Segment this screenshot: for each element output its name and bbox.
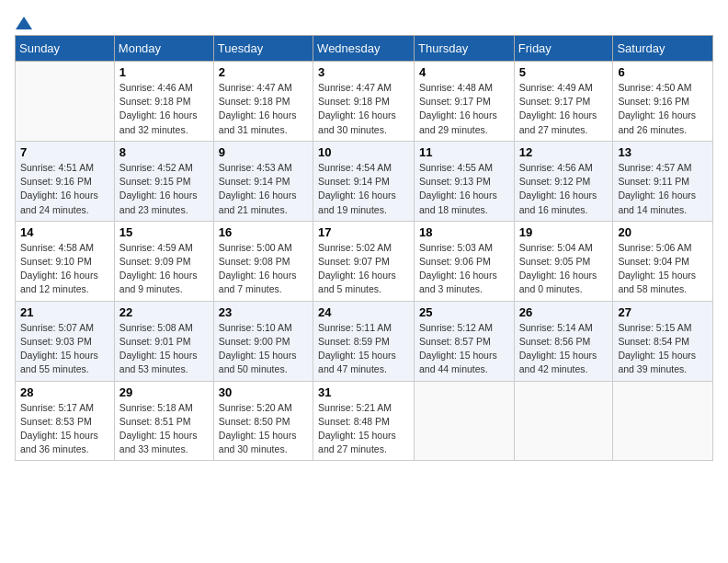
calendar-cell: 16Sunrise: 5:00 AMSunset: 9:08 PMDayligh… bbox=[213, 221, 313, 301]
calendar-cell: 23Sunrise: 5:10 AMSunset: 9:00 PMDayligh… bbox=[213, 301, 313, 381]
day-info: Sunrise: 5:21 AMSunset: 8:48 PMDaylight:… bbox=[318, 401, 409, 457]
day-number: 14 bbox=[20, 225, 109, 239]
calendar-cell: 19Sunrise: 5:04 AMSunset: 9:05 PMDayligh… bbox=[514, 221, 613, 301]
day-info: Sunrise: 4:59 AMSunset: 9:09 PMDaylight:… bbox=[119, 241, 209, 297]
calendar-cell: 5Sunrise: 4:49 AMSunset: 9:17 PMDaylight… bbox=[514, 62, 613, 142]
day-number: 6 bbox=[618, 65, 708, 79]
calendar-cell: 30Sunrise: 5:20 AMSunset: 8:50 PMDayligh… bbox=[213, 381, 313, 461]
day-number: 11 bbox=[419, 145, 509, 159]
day-info: Sunrise: 4:51 AMSunset: 9:16 PMDaylight:… bbox=[20, 161, 109, 217]
day-number: 20 bbox=[618, 225, 708, 239]
day-number: 4 bbox=[419, 65, 509, 79]
day-info: Sunrise: 4:50 AMSunset: 9:16 PMDaylight:… bbox=[618, 81, 708, 137]
calendar-cell: 3Sunrise: 4:47 AMSunset: 9:18 PMDaylight… bbox=[313, 62, 415, 142]
day-info: Sunrise: 4:46 AMSunset: 9:18 PMDaylight:… bbox=[119, 81, 209, 137]
calendar-cell: 12Sunrise: 4:56 AMSunset: 9:12 PMDayligh… bbox=[514, 141, 613, 221]
day-number: 17 bbox=[318, 225, 409, 239]
day-info: Sunrise: 4:58 AMSunset: 9:10 PMDaylight:… bbox=[20, 241, 109, 297]
calendar-cell: 31Sunrise: 5:21 AMSunset: 8:48 PMDayligh… bbox=[313, 381, 415, 461]
day-number: 30 bbox=[219, 385, 308, 399]
day-info: Sunrise: 5:17 AMSunset: 8:53 PMDaylight:… bbox=[20, 401, 109, 457]
day-number: 15 bbox=[119, 225, 209, 239]
day-number: 13 bbox=[618, 145, 708, 159]
header-saturday: Saturday bbox=[613, 36, 713, 62]
day-info: Sunrise: 4:54 AMSunset: 9:14 PMDaylight:… bbox=[318, 161, 409, 217]
day-number: 2 bbox=[219, 65, 308, 79]
week-row: 7Sunrise: 4:51 AMSunset: 9:16 PMDaylight… bbox=[16, 141, 713, 221]
day-info: Sunrise: 4:55 AMSunset: 9:13 PMDaylight:… bbox=[419, 161, 509, 217]
week-row: 14Sunrise: 4:58 AMSunset: 9:10 PMDayligh… bbox=[16, 221, 713, 301]
day-info: Sunrise: 5:10 AMSunset: 9:00 PMDaylight:… bbox=[219, 321, 308, 377]
day-info: Sunrise: 5:18 AMSunset: 8:51 PMDaylight:… bbox=[119, 401, 209, 457]
calendar-cell: 13Sunrise: 4:57 AMSunset: 9:11 PMDayligh… bbox=[613, 141, 713, 221]
day-info: Sunrise: 5:15 AMSunset: 8:54 PMDaylight:… bbox=[618, 321, 708, 377]
calendar-cell: 14Sunrise: 4:58 AMSunset: 9:10 PMDayligh… bbox=[16, 221, 115, 301]
calendar-cell: 7Sunrise: 4:51 AMSunset: 9:16 PMDaylight… bbox=[16, 141, 115, 221]
day-info: Sunrise: 5:08 AMSunset: 9:01 PMDaylight:… bbox=[119, 321, 209, 377]
day-number: 5 bbox=[519, 65, 609, 79]
week-row: 1Sunrise: 4:46 AMSunset: 9:18 PMDaylight… bbox=[16, 62, 713, 142]
calendar-cell bbox=[613, 381, 713, 461]
day-info: Sunrise: 5:12 AMSunset: 8:57 PMDaylight:… bbox=[419, 321, 509, 377]
header-row: SundayMondayTuesdayWednesdayThursdayFrid… bbox=[16, 36, 713, 62]
day-number: 3 bbox=[318, 65, 409, 79]
calendar-table: SundayMondayTuesdayWednesdayThursdayFrid… bbox=[15, 35, 713, 461]
calendar-cell: 9Sunrise: 4:53 AMSunset: 9:14 PMDaylight… bbox=[213, 141, 313, 221]
day-number: 23 bbox=[219, 305, 308, 319]
calendar-cell: 22Sunrise: 5:08 AMSunset: 9:01 PMDayligh… bbox=[114, 301, 213, 381]
header-wednesday: Wednesday bbox=[313, 36, 415, 62]
day-info: Sunrise: 5:00 AMSunset: 9:08 PMDaylight:… bbox=[219, 241, 308, 297]
calendar-cell: 17Sunrise: 5:02 AMSunset: 9:07 PMDayligh… bbox=[313, 221, 415, 301]
day-info: Sunrise: 5:07 AMSunset: 9:03 PMDaylight:… bbox=[20, 321, 109, 377]
page-header bbox=[15, 15, 713, 28]
week-row: 28Sunrise: 5:17 AMSunset: 8:53 PMDayligh… bbox=[16, 381, 713, 461]
calendar-cell bbox=[16, 62, 115, 142]
calendar-cell bbox=[514, 381, 613, 461]
svg-marker-0 bbox=[16, 17, 32, 29]
day-info: Sunrise: 4:47 AMSunset: 9:18 PMDaylight:… bbox=[318, 81, 409, 137]
day-number: 12 bbox=[519, 145, 609, 159]
header-sunday: Sunday bbox=[16, 36, 115, 62]
calendar-cell bbox=[415, 381, 515, 461]
day-number: 19 bbox=[519, 225, 609, 239]
calendar-cell: 8Sunrise: 4:52 AMSunset: 9:15 PMDaylight… bbox=[114, 141, 213, 221]
day-info: Sunrise: 5:04 AMSunset: 9:05 PMDaylight:… bbox=[519, 241, 609, 297]
header-monday: Monday bbox=[114, 36, 213, 62]
day-info: Sunrise: 5:20 AMSunset: 8:50 PMDaylight:… bbox=[219, 401, 308, 457]
calendar-cell: 11Sunrise: 4:55 AMSunset: 9:13 PMDayligh… bbox=[415, 141, 515, 221]
day-number: 26 bbox=[519, 305, 609, 319]
calendar-cell: 29Sunrise: 5:18 AMSunset: 8:51 PMDayligh… bbox=[114, 381, 213, 461]
logo-icon bbox=[16, 15, 32, 31]
day-number: 16 bbox=[219, 225, 308, 239]
day-number: 9 bbox=[219, 145, 308, 159]
calendar-cell: 18Sunrise: 5:03 AMSunset: 9:06 PMDayligh… bbox=[415, 221, 515, 301]
header-thursday: Thursday bbox=[415, 36, 515, 62]
day-info: Sunrise: 4:52 AMSunset: 9:15 PMDaylight:… bbox=[119, 161, 209, 217]
calendar-cell: 21Sunrise: 5:07 AMSunset: 9:03 PMDayligh… bbox=[16, 301, 115, 381]
day-number: 27 bbox=[618, 305, 708, 319]
calendar-cell: 1Sunrise: 4:46 AMSunset: 9:18 PMDaylight… bbox=[114, 62, 213, 142]
day-info: Sunrise: 5:03 AMSunset: 9:06 PMDaylight:… bbox=[419, 241, 509, 297]
day-number: 25 bbox=[419, 305, 509, 319]
day-info: Sunrise: 5:14 AMSunset: 8:56 PMDaylight:… bbox=[519, 321, 609, 377]
week-row: 21Sunrise: 5:07 AMSunset: 9:03 PMDayligh… bbox=[16, 301, 713, 381]
day-info: Sunrise: 4:56 AMSunset: 9:12 PMDaylight:… bbox=[519, 161, 609, 217]
day-number: 31 bbox=[318, 385, 409, 399]
day-info: Sunrise: 4:47 AMSunset: 9:18 PMDaylight:… bbox=[219, 81, 308, 137]
calendar-cell: 15Sunrise: 4:59 AMSunset: 9:09 PMDayligh… bbox=[114, 221, 213, 301]
calendar-cell: 28Sunrise: 5:17 AMSunset: 8:53 PMDayligh… bbox=[16, 381, 115, 461]
day-info: Sunrise: 4:57 AMSunset: 9:11 PMDaylight:… bbox=[618, 161, 708, 217]
header-tuesday: Tuesday bbox=[213, 36, 313, 62]
day-number: 21 bbox=[20, 305, 109, 319]
day-number: 7 bbox=[20, 145, 109, 159]
day-info: Sunrise: 4:48 AMSunset: 9:17 PMDaylight:… bbox=[419, 81, 509, 137]
calendar-cell: 26Sunrise: 5:14 AMSunset: 8:56 PMDayligh… bbox=[514, 301, 613, 381]
day-number: 18 bbox=[419, 225, 509, 239]
day-number: 22 bbox=[119, 305, 209, 319]
calendar-cell: 6Sunrise: 4:50 AMSunset: 9:16 PMDaylight… bbox=[613, 62, 713, 142]
day-number: 29 bbox=[119, 385, 209, 399]
calendar-cell: 25Sunrise: 5:12 AMSunset: 8:57 PMDayligh… bbox=[415, 301, 515, 381]
calendar-cell: 4Sunrise: 4:48 AMSunset: 9:17 PMDaylight… bbox=[415, 62, 515, 142]
day-number: 28 bbox=[20, 385, 109, 399]
day-info: Sunrise: 4:53 AMSunset: 9:14 PMDaylight:… bbox=[219, 161, 308, 217]
